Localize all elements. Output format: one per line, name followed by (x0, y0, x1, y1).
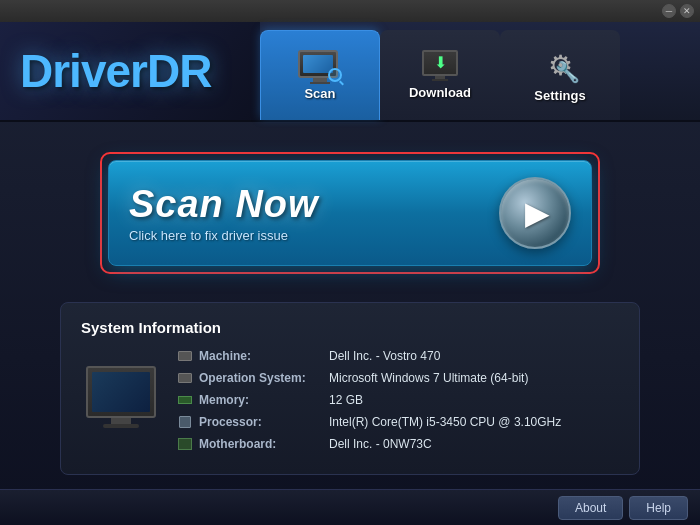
system-info-content: Machine: Dell Inc. - Vostro 470 Operatio… (81, 348, 619, 458)
os-icon (177, 370, 193, 386)
machine-value: Dell Inc. - Vostro 470 (329, 349, 440, 363)
computer-illustration (81, 348, 161, 428)
comp-screen-icon (92, 372, 150, 412)
comp-monitor-icon (86, 366, 156, 418)
os-label: Operation System: (199, 371, 329, 385)
about-button[interactable]: About (558, 496, 623, 520)
tab-scan[interactable]: Scan (260, 30, 380, 120)
table-row: Memory: 12 GB (177, 392, 619, 408)
scan-now-subtitle: Click here to fix driver issue (129, 228, 499, 243)
close-button[interactable]: ✕ (680, 4, 694, 18)
machine-icon (177, 348, 193, 364)
scan-now-border: Scan Now Click here to fix driver issue … (100, 152, 600, 274)
tab-settings[interactable]: ⚙ 🔧 Settings (500, 30, 620, 120)
processor-icon (177, 414, 193, 430)
app-window: DriverDR Scan (0, 22, 700, 525)
settings-tab-icon: ⚙ 🔧 (540, 48, 580, 84)
table-row: Processor: Intel(R) Core(TM) i5-3450 CPU… (177, 414, 619, 430)
processor-value: Intel(R) Core(TM) i5-3450 CPU @ 3.10GHz (329, 415, 561, 429)
comp-base-icon (103, 424, 139, 428)
tab-download[interactable]: ⬇ Download (380, 30, 500, 120)
scan-now-button[interactable]: Scan Now Click here to fix driver issue … (108, 160, 592, 266)
help-button[interactable]: Help (629, 496, 688, 520)
scan-now-wrapper: Scan Now Click here to fix driver issue … (100, 152, 600, 274)
system-info-panel: System Information Machine: Dell Inc. - (60, 302, 640, 475)
scan-now-text-area: Scan Now Click here to fix driver issue (129, 183, 499, 243)
system-info-table: Machine: Dell Inc. - Vostro 470 Operatio… (177, 348, 619, 458)
nav-tabs: Scan ⬇ Download ⚙ 🔧 (260, 22, 700, 120)
memory-icon (177, 392, 193, 408)
bottom-bar: About Help (0, 489, 700, 525)
header: DriverDR Scan (0, 22, 700, 122)
main-content: Scan Now Click here to fix driver issue … (0, 122, 700, 505)
download-arrow-icon: ⬇ (434, 55, 447, 71)
machine-label: Machine: (199, 349, 329, 363)
motherboard-icon (177, 436, 193, 452)
minimize-button[interactable]: ─ (662, 4, 676, 18)
scan-tab-icon (298, 50, 342, 82)
table-row: Operation System: Microsoft Windows 7 Ul… (177, 370, 619, 386)
memory-value: 12 GB (329, 393, 363, 407)
os-value: Microsoft Windows 7 Ultimate (64-bit) (329, 371, 528, 385)
scan-play-button[interactable]: ▶ (499, 177, 571, 249)
motherboard-label: Motherboard: (199, 437, 329, 451)
motherboard-value: Dell Inc. - 0NW73C (329, 437, 432, 451)
download-tab-icon: ⬇ (422, 50, 458, 81)
play-arrow-icon: ▶ (525, 194, 550, 232)
logo-area: DriverDR (0, 22, 260, 120)
tab-settings-label: Settings (534, 88, 585, 103)
table-row: Machine: Dell Inc. - Vostro 470 (177, 348, 619, 364)
scan-now-title: Scan Now (129, 183, 499, 226)
memory-label: Memory: (199, 393, 329, 407)
title-bar: ─ ✕ (0, 0, 700, 22)
processor-label: Processor: (199, 415, 329, 429)
system-info-title: System Information (81, 319, 619, 336)
tab-download-label: Download (409, 85, 471, 100)
table-row: Motherboard: Dell Inc. - 0NW73C (177, 436, 619, 452)
app-logo: DriverDR (20, 44, 211, 98)
wrench-icon: 🔧 (555, 60, 580, 84)
tab-scan-label: Scan (304, 86, 335, 101)
